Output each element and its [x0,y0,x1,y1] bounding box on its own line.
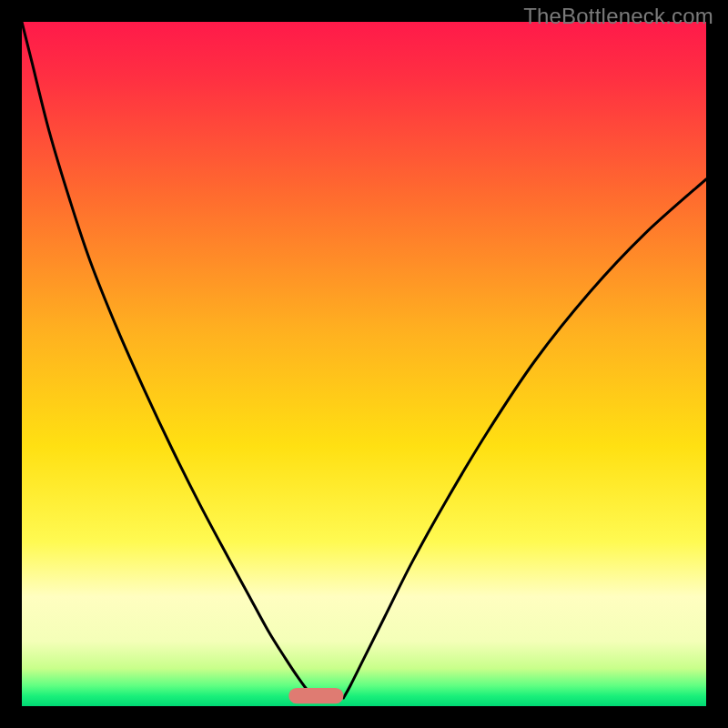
gradient-background [22,22,706,706]
outer-frame: TheBottleneck.com [0,0,728,728]
minimum-marker [288,688,343,703]
optimum-marker [288,688,343,703]
chart-canvas [22,22,706,706]
plot-area [22,22,706,706]
watermark-label: TheBottleneck.com [523,4,713,29]
